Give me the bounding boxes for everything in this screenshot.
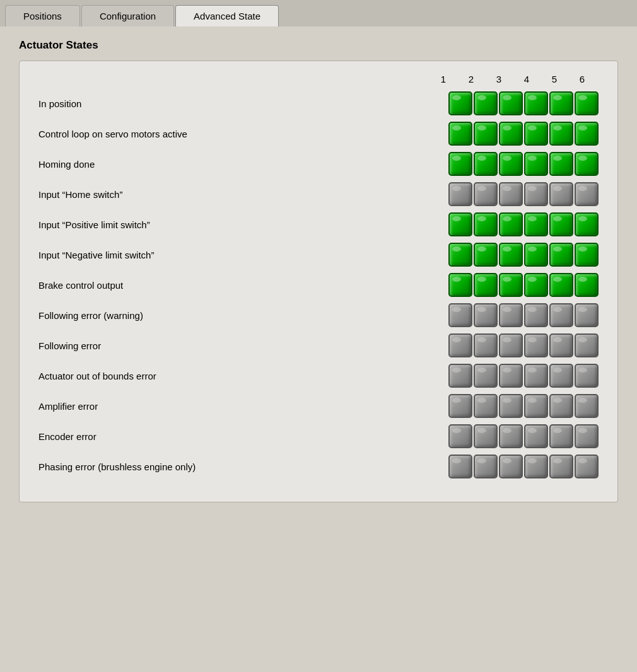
led-4-5 bbox=[575, 212, 599, 236]
tab-bar: PositionsConfigurationAdvanced State bbox=[0, 0, 637, 26]
led-9-5 bbox=[575, 364, 599, 388]
state-row-5: Input “Negative limit switch” bbox=[38, 241, 599, 269]
tab-configuration[interactable]: Configuration bbox=[81, 5, 174, 26]
row-label-4: Input “Positive limit switch” bbox=[38, 219, 448, 230]
state-row-7: Following error (warning) bbox=[38, 301, 599, 329]
row-label-2: Homing done bbox=[38, 159, 448, 170]
led-10-2 bbox=[499, 394, 523, 418]
led-4-1 bbox=[474, 212, 498, 236]
state-row-4: Input “Positive limit switch” bbox=[38, 211, 599, 238]
state-row-1: Control loop on servo motors active bbox=[38, 120, 599, 148]
indicators-7 bbox=[448, 303, 599, 327]
led-1-5 bbox=[575, 122, 599, 146]
indicators-6 bbox=[448, 273, 599, 297]
led-8-2 bbox=[499, 333, 523, 357]
led-10-1 bbox=[474, 394, 498, 418]
col-header-5: 5 bbox=[541, 74, 568, 84]
led-6-1 bbox=[474, 273, 498, 297]
led-7-0 bbox=[448, 303, 472, 327]
led-3-4 bbox=[549, 182, 573, 206]
led-7-3 bbox=[524, 303, 548, 327]
led-3-0 bbox=[448, 182, 472, 206]
led-1-0 bbox=[448, 122, 472, 146]
row-label-9: Actuator out of bounds error bbox=[38, 371, 448, 381]
led-12-4 bbox=[549, 455, 573, 478]
row-label-8: Following error bbox=[38, 340, 448, 351]
led-2-2 bbox=[499, 152, 523, 176]
led-2-3 bbox=[524, 152, 548, 176]
indicators-8 bbox=[448, 333, 599, 357]
led-11-2 bbox=[499, 424, 523, 448]
led-6-4 bbox=[549, 273, 573, 297]
led-10-3 bbox=[524, 394, 548, 418]
indicators-1 bbox=[448, 122, 599, 146]
led-0-2 bbox=[499, 91, 523, 115]
led-8-5 bbox=[575, 333, 599, 357]
row-label-6: Brake control output bbox=[38, 280, 448, 291]
led-9-1 bbox=[474, 364, 498, 388]
led-1-2 bbox=[499, 122, 523, 146]
indicators-11 bbox=[448, 424, 599, 448]
led-2-0 bbox=[448, 152, 472, 176]
led-4-2 bbox=[499, 212, 523, 236]
led-7-1 bbox=[474, 303, 498, 327]
led-2-5 bbox=[575, 152, 599, 176]
led-6-5 bbox=[575, 273, 599, 297]
led-11-3 bbox=[524, 424, 548, 448]
state-row-0: In position bbox=[38, 90, 599, 117]
row-label-5: Input “Negative limit switch” bbox=[38, 250, 448, 260]
tab-positions[interactable]: Positions bbox=[5, 5, 80, 26]
state-row-10: Amplifier error bbox=[38, 392, 599, 420]
led-12-1 bbox=[474, 455, 498, 478]
row-label-11: Encoder error bbox=[38, 431, 448, 442]
led-5-5 bbox=[575, 243, 599, 267]
led-11-0 bbox=[448, 424, 472, 448]
led-0-5 bbox=[575, 91, 599, 115]
row-label-7: Following error (warning) bbox=[38, 310, 448, 321]
led-9-2 bbox=[499, 364, 523, 388]
row-label-3: Input “Home switch” bbox=[38, 189, 448, 200]
col-header-2: 2 bbox=[457, 74, 485, 84]
led-12-5 bbox=[575, 455, 599, 478]
indicators-3 bbox=[448, 182, 599, 206]
led-8-3 bbox=[524, 333, 548, 357]
led-9-3 bbox=[524, 364, 548, 388]
led-12-2 bbox=[499, 455, 523, 478]
led-1-4 bbox=[549, 122, 573, 146]
tab-advanced-state[interactable]: Advanced State bbox=[175, 5, 279, 26]
led-2-1 bbox=[474, 152, 498, 176]
led-8-0 bbox=[448, 333, 472, 357]
led-8-4 bbox=[549, 333, 573, 357]
indicators-2 bbox=[448, 152, 599, 176]
led-0-3 bbox=[524, 91, 548, 115]
led-8-1 bbox=[474, 333, 498, 357]
state-row-11: Encoder error bbox=[38, 422, 599, 450]
led-11-5 bbox=[575, 424, 599, 448]
led-11-1 bbox=[474, 424, 498, 448]
led-3-1 bbox=[474, 182, 498, 206]
led-7-4 bbox=[549, 303, 573, 327]
led-9-0 bbox=[448, 364, 472, 388]
col-header-4: 4 bbox=[513, 74, 541, 84]
led-6-2 bbox=[499, 273, 523, 297]
led-5-2 bbox=[499, 243, 523, 267]
led-12-0 bbox=[448, 455, 472, 478]
led-10-5 bbox=[575, 394, 599, 418]
content-area: Actuator States 123456 In positionContro… bbox=[0, 26, 637, 515]
led-3-3 bbox=[524, 182, 548, 206]
row-label-10: Amplifier error bbox=[38, 401, 448, 412]
led-7-2 bbox=[499, 303, 523, 327]
col-header-6: 6 bbox=[568, 74, 596, 84]
led-5-4 bbox=[549, 243, 573, 267]
led-2-4 bbox=[549, 152, 573, 176]
row-label-12: Phasing error (brushless engine only) bbox=[38, 461, 448, 472]
led-4-4 bbox=[549, 212, 573, 236]
rows-container: In positionControl loop on servo motors … bbox=[38, 90, 599, 480]
indicators-9 bbox=[448, 364, 599, 388]
state-row-6: Brake control output bbox=[38, 271, 599, 299]
indicators-10 bbox=[448, 394, 599, 418]
led-1-1 bbox=[474, 122, 498, 146]
col-header-3: 3 bbox=[485, 74, 513, 84]
led-5-1 bbox=[474, 243, 498, 267]
state-row-12: Phasing error (brushless engine only) bbox=[38, 453, 599, 480]
